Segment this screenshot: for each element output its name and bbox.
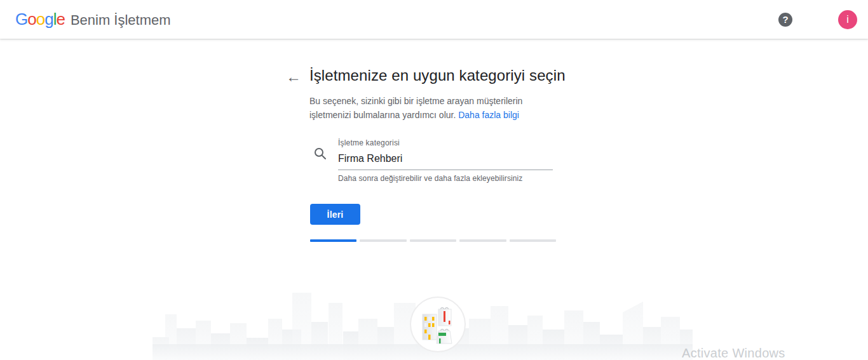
page-description: Bu seçenek, sizinki gibi bir işletme ara…	[309, 94, 564, 122]
back-arrow-icon[interactable]: ←	[285, 68, 302, 86]
category-field-label: İşletme kategorisi	[338, 138, 553, 147]
progress-segment	[459, 239, 506, 242]
header-actions: ? i	[778, 0, 868, 39]
activate-windows-watermark: Activate Windows	[682, 346, 785, 360]
help-icon[interactable]: ?	[778, 13, 792, 27]
storefront-badge-icon	[417, 304, 458, 345]
category-field: İşletme kategorisi Daha sonra değiştireb…	[310, 138, 553, 183]
category-input[interactable]	[338, 147, 553, 170]
search-icon	[314, 147, 327, 160]
learn-more-link[interactable]: Daha fazla bilgi	[458, 110, 519, 120]
next-button[interactable]: İleri	[310, 204, 360, 225]
progress-segment	[410, 239, 456, 242]
progress-segment	[360, 239, 406, 242]
app-logo[interactable]: Google Benim İşletmem	[15, 10, 171, 29]
progress-segment	[510, 239, 556, 242]
storefront-badge	[410, 297, 466, 352]
page: Google Benim İşletmem ? i ← İşletmenize …	[0, 0, 868, 360]
product-name: Benim İşletmem	[71, 12, 171, 29]
app-header: Google Benim İşletmem ? i	[0, 0, 868, 39]
google-logo: Google	[15, 10, 65, 29]
avatar[interactable]: i	[838, 10, 857, 29]
page-title: İşletmenize en uygun kategoriyi seçin	[309, 67, 576, 84]
progress-bar	[310, 239, 556, 242]
category-field-helper: Daha sonra değiştirebilir ve daha fazla …	[338, 174, 553, 183]
progress-segment	[310, 239, 356, 242]
